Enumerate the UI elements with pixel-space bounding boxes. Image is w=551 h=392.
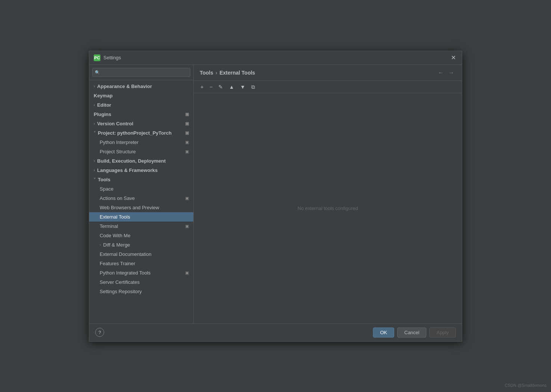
sidebar-item-label: Actions on Save xyxy=(100,195,135,201)
sidebar-item-label: Features Trainer xyxy=(100,261,135,266)
sidebar-item-label: Settings Repository xyxy=(100,289,142,294)
help-button[interactable]: ? xyxy=(95,328,104,337)
sidebar-item-keymap[interactable]: Keymap xyxy=(89,91,193,100)
settings-icon: ▣ xyxy=(185,149,189,154)
sidebar-item-label: External Documentation xyxy=(100,251,152,257)
sidebar-item-editor[interactable]: › Editor xyxy=(89,100,193,110)
empty-text: No external tools configured xyxy=(298,206,358,211)
chevron-down-icon: ˅ xyxy=(94,178,96,182)
sidebar-item-label: Version Control xyxy=(97,121,133,126)
search-icon: 🔍 xyxy=(95,70,100,75)
nav-tree: › Appearance & Behavior Keymap › Editor … xyxy=(89,80,193,323)
bottom-bar: ? OK Cancel Apply xyxy=(89,323,462,341)
sidebar-item-external-docs[interactable]: External Documentation xyxy=(89,250,193,259)
sidebar-item-plugins[interactable]: Plugins ▣ xyxy=(89,110,193,119)
sidebar-item-build[interactable]: › Build, Execution, Deployment xyxy=(89,156,193,166)
breadcrumb-current: External Tools xyxy=(220,70,255,76)
breadcrumb: Tools › External Tools xyxy=(200,70,255,76)
chevron-right-icon: › xyxy=(100,243,101,247)
settings-icon: ▣ xyxy=(185,196,189,201)
dialog-title: Settings xyxy=(103,55,121,60)
sidebar-item-web-browsers[interactable]: Web Browsers and Preview xyxy=(89,203,193,212)
sidebar-item-settings-repository[interactable]: Settings Repository xyxy=(89,287,193,296)
back-button[interactable]: ← xyxy=(436,69,445,77)
copy-button[interactable]: ⧉ xyxy=(249,83,257,91)
sidebar-item-server-certificates[interactable]: Server Certificates xyxy=(89,277,193,287)
sidebar-item-label: Space xyxy=(100,186,113,192)
sidebar-item-diff-merge[interactable]: › Diff & Merge xyxy=(89,240,193,250)
sidebar-item-label: Diff & Merge xyxy=(103,242,130,248)
sidebar-item-label: Project: pythonProject_PyTorch xyxy=(98,130,172,136)
sidebar-item-label: Build, Execution, Deployment xyxy=(97,158,165,164)
sidebar-item-features-trainer[interactable]: Features Trainer xyxy=(89,259,193,268)
sidebar-item-label: Tools xyxy=(98,177,110,182)
sidebar-item-label: Terminal xyxy=(100,223,118,229)
sidebar-item-project-structure[interactable]: Project Structure ▣ xyxy=(89,147,193,156)
settings-icon: ▣ xyxy=(185,224,189,229)
chevron-right-icon: › xyxy=(94,122,95,126)
sidebar-item-terminal[interactable]: Terminal ▣ xyxy=(89,222,193,231)
forward-button[interactable]: → xyxy=(447,69,456,77)
sidebar-item-label: Plugins xyxy=(94,112,111,117)
sidebar-item-label: Languages & Frameworks xyxy=(97,167,158,173)
title-bar: PC Settings ✕ xyxy=(89,51,462,65)
sidebar-item-code-with-me[interactable]: Code With Me xyxy=(89,231,193,240)
sidebar-item-version-control[interactable]: › Version Control ▣ xyxy=(89,119,193,128)
settings-icon: ▣ xyxy=(185,112,189,117)
main-panel: Tools › External Tools ← → + − ✎ ▲ ▼ ⧉ xyxy=(194,65,462,323)
sidebar-item-appearance[interactable]: › Appearance & Behavior xyxy=(89,82,193,91)
watermark: CSDN @Smalldemons xyxy=(505,383,547,388)
sidebar: 🔍 › Appearance & Behavior Keymap › Edito… xyxy=(89,65,194,323)
chevron-right-icon: › xyxy=(94,168,95,172)
sidebar-item-label: Python Interpreter xyxy=(100,139,138,145)
chevron-right-icon: › xyxy=(94,103,95,107)
sidebar-item-label: Keymap xyxy=(94,93,113,98)
edit-button[interactable]: ✎ xyxy=(216,83,225,91)
sidebar-item-label: Editor xyxy=(97,102,111,108)
sidebar-item-project[interactable]: ˅ Project: pythonProject_PyTorch ▣ xyxy=(89,128,193,138)
empty-message: No external tools configured xyxy=(194,93,462,323)
add-button[interactable]: + xyxy=(198,83,206,91)
search-input[interactable] xyxy=(92,68,190,77)
sidebar-item-tools[interactable]: ˅ Tools xyxy=(89,175,193,184)
settings-icon: ▣ xyxy=(185,131,189,135)
sidebar-item-label: Code With Me xyxy=(100,233,130,238)
remove-button[interactable]: − xyxy=(207,83,215,91)
breadcrumb-separator: › xyxy=(215,70,217,76)
chevron-right-icon: › xyxy=(94,159,95,163)
sidebar-item-label: Appearance & Behavior xyxy=(97,84,152,89)
sidebar-item-space[interactable]: Space xyxy=(89,184,193,194)
close-button[interactable]: ✕ xyxy=(449,54,457,62)
chevron-down-icon: ˅ xyxy=(94,131,96,135)
move-down-button[interactable]: ▼ xyxy=(238,83,248,91)
sidebar-item-label: External Tools xyxy=(100,214,130,220)
dialog-content: 🔍 › Appearance & Behavior Keymap › Edito… xyxy=(89,65,462,323)
sidebar-item-label: Project Structure xyxy=(100,149,136,154)
app-icon: PC xyxy=(94,54,100,61)
settings-icon: ▣ xyxy=(185,270,189,275)
sidebar-item-label: Server Certificates xyxy=(100,279,140,285)
settings-dialog: PC Settings ✕ 🔍 › Appearance & Behavior xyxy=(89,51,462,342)
sidebar-item-external-tools[interactable]: External Tools xyxy=(89,212,193,222)
toolbar: + − ✎ ▲ ▼ ⧉ xyxy=(194,81,462,93)
breadcrumb-bar: Tools › External Tools ← → xyxy=(194,65,462,81)
sidebar-item-python-interpreter[interactable]: Python Interpreter ▣ xyxy=(89,138,193,147)
cancel-button[interactable]: Cancel xyxy=(397,327,426,338)
ok-button[interactable]: OK xyxy=(373,327,394,338)
sidebar-item-label: Web Browsers and Preview xyxy=(100,205,159,210)
settings-icon: ▣ xyxy=(185,140,189,145)
chevron-right-icon: › xyxy=(94,84,95,88)
apply-button[interactable]: Apply xyxy=(429,327,456,338)
breadcrumb-parent: Tools xyxy=(200,70,213,76)
sidebar-item-python-integrated-tools[interactable]: Python Integrated Tools ▣ xyxy=(89,268,193,277)
sidebar-item-actions-on-save[interactable]: Actions on Save ▣ xyxy=(89,194,193,203)
move-up-button[interactable]: ▲ xyxy=(227,83,236,91)
search-box: 🔍 xyxy=(89,65,193,80)
settings-icon: ▣ xyxy=(185,121,189,126)
sidebar-item-label: Python Integrated Tools xyxy=(100,270,150,276)
sidebar-item-languages[interactable]: › Languages & Frameworks xyxy=(89,166,193,175)
